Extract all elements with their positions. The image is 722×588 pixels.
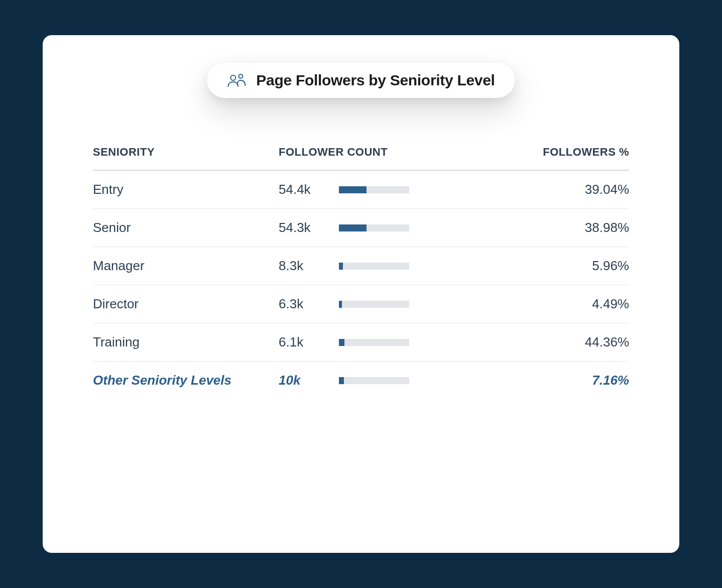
table-header: SENIORITY FOLLOWER COUNT FOLLOWERS % (93, 146, 629, 171)
cell-bar (339, 301, 424, 308)
cell-seniority: Other Seniority Levels (93, 373, 279, 388)
cell-seniority: Manager (93, 258, 279, 274)
cell-count: 6.1k (279, 334, 339, 350)
bar-fill (339, 301, 342, 308)
cell-bar (339, 186, 424, 193)
table-row: Senior54.3k38.98% (93, 209, 629, 247)
table-row: Training6.1k44.36% (93, 323, 629, 362)
cell-percent: 5.96% (424, 258, 629, 274)
cell-seniority: Senior (93, 220, 279, 236)
cell-percent: 38.98% (424, 220, 629, 236)
table-row: Entry54.4k39.04% (93, 171, 629, 209)
followers-card: Page Followers by Seniority Level SENIOR… (43, 35, 679, 553)
col-count: FOLLOWER COUNT (279, 146, 424, 159)
cell-count: 8.3k (279, 258, 339, 274)
bar-track (339, 186, 409, 193)
bar-fill (339, 224, 367, 231)
bar-track (339, 263, 409, 270)
cell-count: 10k (279, 373, 339, 388)
col-seniority: SENIORITY (93, 146, 279, 159)
cell-percent: 7.16% (424, 373, 629, 388)
bar-track (339, 339, 409, 346)
bar-fill (339, 186, 367, 193)
bar-track (339, 301, 409, 308)
bar-fill (339, 339, 344, 346)
followers-table: SENIORITY FOLLOWER COUNT FOLLOWERS % Ent… (93, 146, 629, 399)
svg-point-1 (238, 74, 243, 78)
bar-track (339, 377, 409, 384)
col-percent: FOLLOWERS % (424, 146, 629, 159)
people-icon (227, 73, 247, 88)
svg-point-0 (230, 75, 235, 80)
bar-track (339, 224, 409, 231)
cell-seniority: Director (93, 296, 279, 312)
cell-seniority: Training (93, 334, 279, 350)
cell-bar (339, 339, 424, 346)
cell-bar (339, 377, 424, 384)
cell-bar (339, 224, 424, 231)
table-row: Director6.3k4.49% (93, 285, 629, 323)
bar-fill (339, 263, 343, 270)
cell-count: 54.3k (279, 220, 339, 236)
cell-seniority: Entry (93, 182, 279, 197)
cell-percent: 39.04% (424, 182, 629, 197)
cell-bar (339, 263, 424, 270)
cell-count: 54.4k (279, 182, 339, 197)
cell-percent: 44.36% (424, 334, 629, 350)
table-row: Other Seniority Levels10k7.16% (93, 362, 629, 399)
card-title-pill: Page Followers by Seniority Level (207, 63, 515, 98)
cell-percent: 4.49% (424, 296, 629, 312)
cell-count: 6.3k (279, 296, 339, 312)
bar-fill (339, 377, 344, 384)
card-title: Page Followers by Seniority Level (256, 72, 495, 89)
table-row: Manager8.3k5.96% (93, 247, 629, 285)
